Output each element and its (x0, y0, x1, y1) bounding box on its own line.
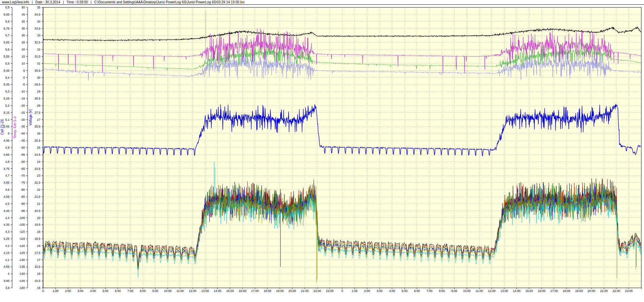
chart-region: Cell Z1-Z6 Temp. Ext /1-3 Voltage [V] 5,… (0, 5, 644, 302)
x-tick-label: 1:00 (352, 289, 358, 293)
x-tick-label: 7:00 (427, 289, 433, 293)
x-tick-label: 8:00 (140, 289, 146, 293)
x-tick-label: 13:00 (500, 289, 508, 293)
x-tick-label: 6:00 (115, 289, 121, 293)
x-tick-label: 9:00 (152, 289, 158, 293)
x-tick-label: 18:00 (563, 289, 570, 293)
x-tick-label: 5:00 (401, 289, 407, 293)
x-tick-label: 5:00 (102, 289, 108, 293)
x-tick-label: 3:00 (77, 289, 83, 293)
header-time: Time : 0:28:00 (65, 0, 90, 4)
x-tick-label: 23:00 (625, 289, 633, 293)
x-tick-label: 16:00 (538, 289, 545, 293)
x-tick-label: 14:00 (214, 289, 221, 293)
x-tick-label: 7:00 (128, 289, 134, 293)
x-tick-label: 22:00 (314, 289, 321, 293)
x-tick-label: 8:00 (439, 289, 445, 293)
x-tick-label: 9:00 (452, 289, 458, 293)
x-tick-label: 6:00 (414, 289, 420, 293)
x-tick-label: 20:00 (289, 289, 296, 293)
x-tick-label: 4:00 (90, 289, 96, 293)
x-tick-label: 13:00 (201, 289, 209, 293)
x-tick-label: 23:00 (326, 289, 334, 293)
x-tick-label: 15:00 (525, 289, 533, 293)
x-tick-label: 19:00 (276, 289, 284, 293)
header-separator: | (62, 0, 65, 4)
x-tick-label: 2:00 (65, 289, 71, 293)
header-site: www.LogView.info (0, 0, 31, 4)
x-tick-label: 19:00 (575, 289, 583, 293)
header-date: Date : 30.3.2014 (33, 0, 62, 4)
x-tick-label: 11:00 (476, 289, 483, 293)
header-separator: | (90, 0, 92, 4)
header-separator: | (31, 0, 33, 4)
x-tick-label: 21:00 (301, 289, 309, 293)
x-tick-label: 18:00 (263, 289, 271, 293)
x-tick-label: 3:00 (377, 289, 383, 293)
x-tick-label: 12:00 (189, 289, 196, 293)
x-tick-label: 15:00 (226, 289, 234, 293)
x-tick-label: 10:00 (463, 289, 471, 293)
logview-window: www.LogView.info | Date : 30.3.2014 | Ti… (0, 0, 644, 302)
x-tick-label: 11:00 (177, 289, 184, 293)
x-tick-label: 22:00 (613, 289, 620, 293)
x-tick-label: 14:00 (513, 289, 521, 293)
x-tick-label: 0 (341, 289, 343, 293)
x-tick-label: 12:00 (488, 289, 496, 293)
x-tick-label: 10:00 (164, 289, 172, 293)
x-tick-label: 21:00 (600, 289, 608, 293)
x-tick-label: 4:00 (389, 289, 395, 293)
x-tick-label: 1:00 (52, 289, 59, 293)
x-tick-label: 17:00 (251, 289, 259, 293)
x-tick-label: 16:00 (239, 289, 246, 293)
x-axis-tick-labels: 01:002:003:004:005:006:007:008:009:0010:… (0, 5, 644, 302)
header-file-path: C:\Documents and Settings\AAA\Desktop\Ju… (92, 0, 247, 4)
x-tick-label: 2:00 (364, 289, 370, 293)
x-tick-label: 0 (42, 289, 44, 293)
x-tick-label: 17:00 (550, 289, 558, 293)
x-tick-label: 20:00 (588, 289, 596, 293)
header-bar: www.LogView.info | Date : 30.3.2014 | Ti… (0, 0, 644, 5)
